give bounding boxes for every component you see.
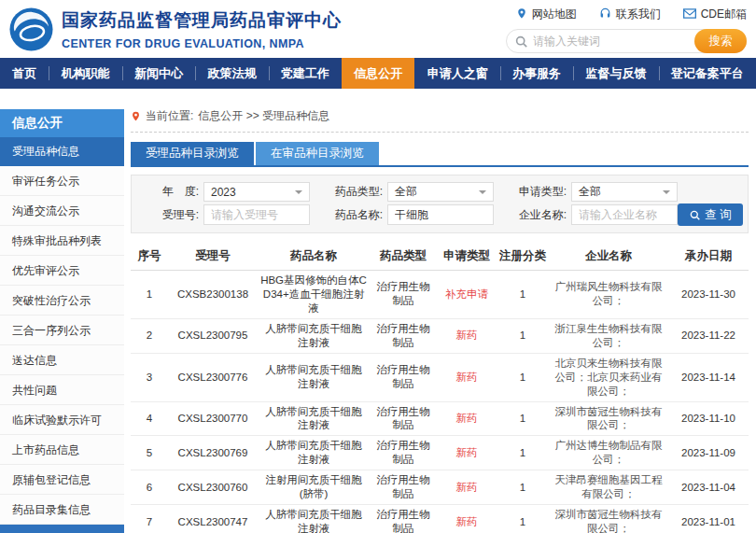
results-table: 序号受理号药品名称药品类型申请类型注册分类企业名称承办日期 1CXSB23001…	[131, 243, 749, 533]
site-header: 国家药品监督管理局药品审评中心 CENTER FOR DRUG EVALUATI…	[0, 0, 756, 58]
apply-type-select[interactable]: 全部	[571, 182, 678, 202]
cell-reg-class: 1	[497, 353, 549, 401]
site-subtitle: CENTER FOR DRUG EVALUATION, NMPA	[62, 37, 342, 50]
column-header: 药品名称	[258, 243, 370, 271]
acceptance-no-input[interactable]	[203, 204, 310, 225]
cell-drug-type: 治疗用生物制品	[370, 271, 437, 319]
sidebar-list: 受理品种信息审评任务公示沟通交流公示特殊审批品种列表优先审评公示突破性治疗公示三…	[0, 137, 124, 525]
cell-company: 天津昂赛细胞基因工程有限公司；	[549, 470, 668, 505]
sidebar-item[interactable]: 特殊审批品种列表	[0, 226, 124, 256]
cell-reg-class: 1	[497, 505, 549, 533]
cell-no: 3	[131, 353, 168, 401]
nav-item[interactable]: 首页	[0, 58, 49, 89]
sidebar-item[interactable]: 上市药品信息	[0, 435, 124, 465]
cell-apply-type: 新药	[437, 505, 497, 533]
headset-icon	[599, 7, 611, 22]
cell-acceptance-no: CXSL2300770	[168, 401, 258, 436]
sidebar-item[interactable]: 受理品种信息	[0, 137, 124, 166]
sidebar-item[interactable]: 临床试验默示许可	[0, 405, 124, 435]
sidebar-item[interactable]: 原辅包登记信息	[0, 465, 124, 495]
sidebar-item[interactable]: 沟通交流公示	[0, 196, 124, 226]
cell-date: 2023-11-22	[668, 318, 749, 353]
tab-under-review-catalog[interactable]: 在审品种目录浏览	[256, 142, 379, 165]
filter-panel: 年 度: 2023 药品类型: 全部 申请类型: 全部 受理号:	[131, 175, 749, 233]
mail-icon	[683, 8, 696, 21]
cell-company: 浙江泉生生物科技有限公司；	[549, 318, 668, 353]
cell-date: 2023-11-30	[668, 271, 749, 319]
cde-logo[interactable]	[9, 7, 53, 51]
cell-date: 2023-11-01	[668, 505, 749, 533]
cell-company: 深圳市茵冠生物科技有限公司；	[549, 401, 668, 436]
nav-item[interactable]: 登记备案平台	[659, 58, 756, 89]
cell-reg-class: 1	[497, 436, 549, 470]
sidebar-item[interactable]: 共性问题	[0, 375, 124, 405]
cell-acceptance-no: CXSB2300138	[168, 271, 258, 319]
cell-date: 2023-11-04	[668, 470, 749, 505]
cell-apply-type: 新药	[437, 470, 497, 505]
sidebar-item[interactable]: 审评任务公示	[0, 166, 124, 196]
search-input[interactable]	[527, 35, 694, 48]
company-label: 企业名称:	[509, 207, 567, 223]
apply-type-select-value: 全部	[579, 184, 601, 200]
year-label: 年 度:	[141, 184, 199, 200]
drug-type-select[interactable]: 全部	[387, 182, 494, 202]
year-select[interactable]: 2023	[203, 182, 310, 202]
cell-reg-class: 1	[497, 401, 549, 436]
sidebar-bottom-strip	[0, 525, 124, 533]
header-search: 搜索	[506, 29, 747, 53]
header-right: 网站地图 联系我们 CDE邮箱 搜索	[506, 5, 747, 53]
nav-item[interactable]: 申请人之窗	[414, 58, 499, 89]
cell-date: 2023-11-14	[668, 353, 749, 401]
cell-apply-type: 新药	[437, 318, 497, 353]
sidebar-item[interactable]: 优先审评公示	[0, 256, 124, 286]
drug-name-label: 药品名称:	[325, 207, 383, 223]
sidebar-item[interactable]: 送达信息	[0, 345, 124, 375]
sidebar-item[interactable]: 药品目录集信息	[0, 495, 124, 525]
cell-reg-class: 1	[497, 271, 549, 319]
contact-us-link[interactable]: 联系我们	[599, 7, 661, 22]
column-header: 药品类型	[370, 243, 437, 271]
cell-reg-class: 1	[497, 470, 549, 505]
search-button[interactable]: 搜索	[694, 29, 747, 53]
filter-row-1: 年 度: 2023 药品类型: 全部 申请类型: 全部	[141, 182, 738, 202]
site-map-link[interactable]: 网站地图	[516, 7, 577, 22]
map-pin-icon	[516, 7, 527, 22]
table-row: 4CXSL2300770人脐带间充质干细胞注射液治疗用生物制品新药1深圳市茵冠生…	[131, 401, 749, 436]
cell-drug-name: 人脐带间充质干细胞注射液	[258, 353, 370, 401]
drug-name-input[interactable]	[387, 204, 494, 225]
sidebar-item[interactable]: 突破性治疗公示	[0, 286, 124, 316]
table-row: 3CXSL2300776人脐带间充质干细胞注射液治疗用生物制品新药1北京贝来生物…	[131, 353, 749, 401]
cell-drug-type: 治疗用生物制品	[370, 505, 437, 533]
table-row: 6CXSL2300760注射用间充质干细胞(脐带)治疗用生物制品新药1天津昂赛细…	[131, 470, 749, 505]
tab-accepted-catalog[interactable]: 受理品种目录浏览	[131, 142, 254, 165]
cell-drug-name: 注射用间充质干细胞(脐带)	[258, 470, 370, 505]
nav-item[interactable]: 党建工作	[269, 58, 342, 89]
filter-row-2: 受理号: 药品名称: 企业名称: 查 询	[141, 203, 738, 226]
nav-item[interactable]: 信息公开	[342, 58, 414, 89]
company-input[interactable]	[571, 204, 678, 225]
sidebar-item[interactable]: 三合一序列公示	[0, 316, 124, 345]
nav-item[interactable]: 政策法规	[195, 58, 268, 89]
cell-drug-name: 人脐带间充质干细胞注射液	[258, 436, 370, 470]
site-map-label: 网站地图	[532, 7, 577, 22]
cell-acceptance-no: CXSL2300776	[168, 353, 258, 401]
cell-drug-type: 治疗用生物制品	[370, 318, 437, 353]
year-select-value: 2023	[211, 186, 236, 199]
nav-item[interactable]: 新闻中心	[122, 58, 195, 89]
cell-no: 4	[131, 401, 168, 436]
cell-drug-type: 治疗用生物制品	[370, 470, 437, 505]
column-header: 申请类型	[437, 243, 497, 271]
table-row: 2CXSL2300795人脐带间充质干细胞注射液治疗用生物制品新药1浙江泉生生物…	[131, 318, 749, 353]
nav-item[interactable]: 监督与反馈	[573, 58, 658, 89]
cell-acceptance-no: CXSL2300795	[168, 318, 258, 353]
query-button[interactable]: 查 询	[678, 203, 743, 226]
breadcrumb-path[interactable]: 信息公开 >> 受理品种信息	[198, 108, 329, 124]
cell-no: 1	[131, 271, 168, 319]
cde-mailbox-link[interactable]: CDE邮箱	[683, 7, 747, 22]
nav-item[interactable]: 机构职能	[49, 58, 121, 89]
cell-no: 5	[131, 436, 168, 470]
search-icon	[515, 35, 527, 48]
query-search-icon	[690, 210, 700, 220]
contact-us-label: 联系我们	[616, 7, 661, 22]
nav-item[interactable]: 办事服务	[500, 58, 573, 89]
